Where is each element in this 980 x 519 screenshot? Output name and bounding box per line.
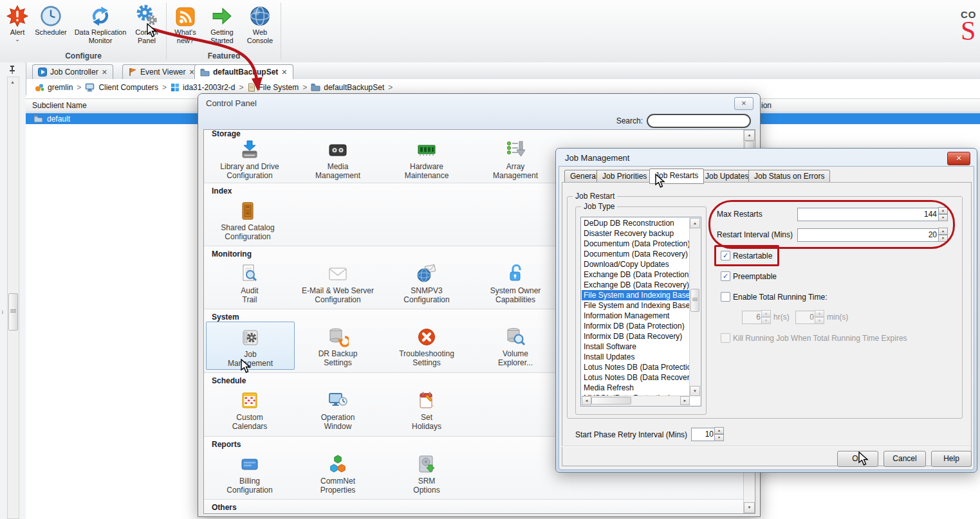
breadcrumb-item-backupset[interactable]: defaultBackupSet xyxy=(311,83,384,92)
help-button[interactable]: Help xyxy=(931,451,972,467)
cp-item-label: Array Management xyxy=(472,162,559,180)
job-type-option[interactable]: Exchange DB (Data Recovery) xyxy=(582,280,690,290)
data-replication-monitor-button[interactable]: Data Replication Monitor xyxy=(71,3,130,45)
job-type-option[interactable]: Documentum (Data Recovery) xyxy=(582,249,690,259)
scrollbar-thumb[interactable] xyxy=(591,397,631,405)
cp-item-media-management[interactable]: Media Management xyxy=(294,138,382,180)
scroll-up-icon[interactable]: ▲ xyxy=(8,77,17,87)
job-type-option[interactable]: Documentum (Data Protection) xyxy=(582,239,690,249)
scroll-up-icon[interactable]: ▲ xyxy=(690,218,700,228)
job-type-option[interactable]: Download/Copy Updates xyxy=(582,259,690,269)
job-type-option[interactable]: Exchange DB (Data Protection) xyxy=(582,269,690,280)
restart-interval-input[interactable]: 20 xyxy=(797,228,940,242)
button-separator xyxy=(562,446,970,447)
job-type-option[interactable]: File System and Indexing Based (Da xyxy=(582,300,690,311)
cancel-button[interactable]: Cancel xyxy=(883,451,926,467)
scroll-right-icon[interactable]: ► xyxy=(680,396,690,405)
tab-job-controller[interactable]: Job Controller ✕ xyxy=(32,64,113,79)
minutes-spinner: ▲▼ xyxy=(815,310,824,323)
cp-item-operation-window[interactable]: Operation Window xyxy=(294,388,382,431)
tab-job-restarts[interactable]: Job Restarts xyxy=(649,168,704,184)
tab-job-priorities[interactable]: Job Priorities xyxy=(596,170,652,183)
cp-item-hardware-maintenance[interactable]: Hardware Maintenance xyxy=(383,138,470,180)
cp-item-label: Audit Trail xyxy=(206,286,293,304)
cp-item-job-management[interactable]: Job Management xyxy=(206,322,295,370)
job-type-option[interactable]: DeDup DB Reconstruction xyxy=(582,218,690,228)
restartable-checkbox[interactable]: ✓ xyxy=(721,251,730,260)
enable-total-running-time-checkbox[interactable] xyxy=(721,292,730,302)
alert-button[interactable]: Alert ⌄ xyxy=(4,3,31,42)
cp-item-commnet-properties[interactable]: CommNet Properties xyxy=(294,452,382,495)
cp-item-snmpv3-configuration[interactable]: SNMPV3 Configuration xyxy=(383,262,470,304)
close-button[interactable]: ✕ xyxy=(947,152,970,165)
tab-event-viewer[interactable]: Event Viewer ✕ xyxy=(122,64,201,79)
start-phase-retry-input[interactable]: 10 xyxy=(691,428,717,441)
job-type-option[interactable]: Lotus Notes DB (Data Recovery) xyxy=(582,372,690,383)
cp-item-shared-catalog-configuration[interactable]: Shared Catalog Configuration xyxy=(204,199,291,241)
scroll-left-icon[interactable]: ◄ xyxy=(582,396,591,405)
start-phase-retry-spinner[interactable]: ▲▼ xyxy=(714,427,724,441)
row-label: default xyxy=(47,114,70,123)
scroll-up-icon[interactable]: ▲ xyxy=(744,130,755,141)
cp-item-custom-calendars[interactable]: Custom Calendars xyxy=(206,388,293,431)
cp-item-billing-configuration[interactable]: Billing Configuration xyxy=(206,452,293,495)
splitter-grip[interactable] xyxy=(1,310,5,314)
scrollbar-thumb[interactable] xyxy=(690,289,699,312)
web-console-button[interactable]: Web Console xyxy=(243,3,277,45)
cp-item-volume-explorer[interactable]: Volume Explorer... xyxy=(472,325,559,367)
close-icon[interactable]: ✕ xyxy=(102,68,107,77)
job-type-option[interactable]: Information Management xyxy=(582,311,690,321)
max-restarts-spinner[interactable]: ▲▼ xyxy=(938,207,948,221)
cp-item-email-web-server-configuration[interactable]: E-Mail & Web Server Configuration xyxy=(294,262,382,304)
search-input[interactable] xyxy=(647,114,751,128)
job-type-option[interactable]: Lotus Notes DB (Data Protection) xyxy=(582,362,690,372)
scrollbar-thumb[interactable] xyxy=(8,293,18,331)
pin-icon[interactable] xyxy=(8,65,17,75)
breadcrumb-item-client-computers[interactable]: Client Computers xyxy=(85,83,158,92)
cp-item-set-holidays[interactable]: Set Holidays xyxy=(383,388,470,431)
cp-item-array-management[interactable]: Array Management xyxy=(472,138,559,180)
whats-new-button[interactable]: What's new? xyxy=(169,3,201,45)
scroll-down-icon[interactable]: ▼ xyxy=(690,386,700,396)
job-type-option[interactable]: Informix DB (Data Recovery) xyxy=(582,331,690,341)
list-horizontal-scrollbar[interactable]: ◄ ► xyxy=(582,396,690,405)
cp-item-srm-options[interactable]: SRM Options xyxy=(383,452,470,495)
scheduler-button[interactable]: Scheduler xyxy=(31,3,71,37)
max-restarts-input[interactable]: 144 xyxy=(797,208,940,221)
cp-item-library-drive-configuration[interactable]: Library and Drive Configuration xyxy=(206,138,293,180)
getting-started-button[interactable]: Getting Started xyxy=(204,3,240,45)
scroll-down-icon[interactable]: ▼ xyxy=(744,502,755,513)
search-label: Search: xyxy=(616,116,643,125)
tab-job-status-on-errors[interactable]: Job Status on Errors xyxy=(748,170,830,183)
job-type-option[interactable]: Media Refresh xyxy=(582,383,690,393)
job-type-option[interactable]: Install Software xyxy=(582,341,690,352)
ok-button[interactable]: OK xyxy=(837,451,878,467)
job-type-option[interactable]: Informix DB (Data Protection) xyxy=(582,321,690,331)
job-type-option[interactable]: Disaster Recovery backup xyxy=(582,228,690,239)
brand-logo: CO S xyxy=(961,9,980,42)
control-panel-button[interactable]: Control Panel xyxy=(130,3,163,45)
job-type-listbox[interactable]: DeDup DB ReconstructionDisaster Recovery… xyxy=(580,217,701,406)
job-type-option[interactable]: File System and Indexing Based (Da xyxy=(582,290,690,300)
cp-item-dr-backup-settings[interactable]: DR Backup Settings xyxy=(294,325,382,367)
column-header-partial[interactable]: ion xyxy=(761,101,772,110)
chevron-down-icon[interactable]: ⌄ xyxy=(15,37,20,42)
cp-item-troubleshooting-settings[interactable]: Troubleshooting Settings xyxy=(383,325,470,367)
list-vertical-scrollbar[interactable]: ▲ ▼ xyxy=(689,218,700,396)
close-icon[interactable]: ✕ xyxy=(281,68,287,77)
breadcrumb-item-client[interactable]: ida31-2003r2-d xyxy=(171,83,235,92)
tab-default-backup-set[interactable]: defaultBackupSet ✕ xyxy=(194,64,293,79)
left-scrollbar[interactable]: ▲ xyxy=(7,77,19,519)
library-drive-icon xyxy=(206,138,293,162)
cp-item-audit-trail[interactable]: Audit Trail xyxy=(206,262,293,304)
close-button[interactable]: ✕ xyxy=(734,97,753,110)
breadcrumb-item-file-system[interactable]: File System xyxy=(248,83,299,92)
job-type-option[interactable]: Install Updates xyxy=(582,352,690,362)
restart-interval-spinner[interactable]: ▲▼ xyxy=(938,228,948,241)
tab-job-updates[interactable]: Job Updates xyxy=(699,170,754,183)
breadcrumb-item-commcell[interactable]: gremlin xyxy=(35,83,73,92)
column-header-subclient-name[interactable]: Subclient Name xyxy=(32,101,87,110)
cp-item-system-owner-capabilities[interactable]: System Owner Capabilities xyxy=(472,262,559,304)
preemptable-checkbox[interactable]: ✓ xyxy=(721,271,730,281)
folder-icon xyxy=(200,68,210,77)
